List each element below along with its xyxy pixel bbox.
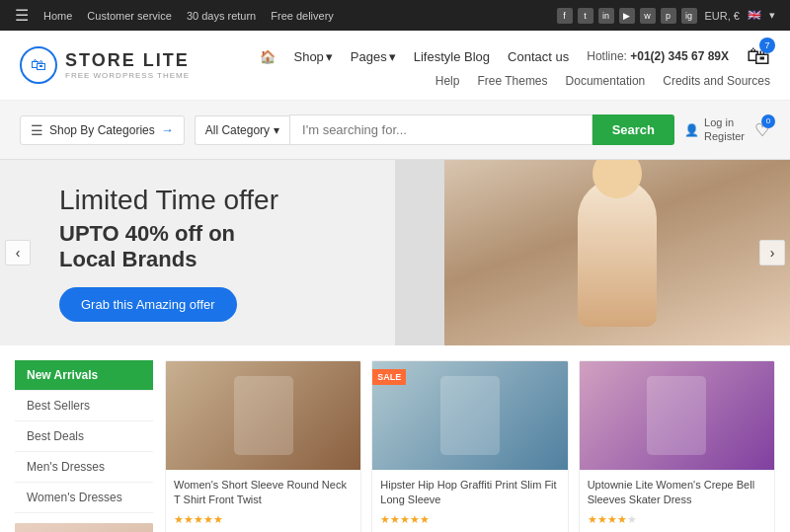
product-stars-2: ★★★★★ xyxy=(380,513,559,526)
twitter-icon[interactable]: t xyxy=(578,8,593,24)
product-card-3[interactable]: Uptownie Lite Women's Crepe Bell Sleeves… xyxy=(579,360,775,532)
cart-badge: 7 xyxy=(759,38,775,53)
pinterest-icon[interactable]: p xyxy=(661,8,676,24)
nav-returns[interactable]: 30 days return xyxy=(187,10,256,22)
logo[interactable]: 🛍 STORE LITE FREE WORDPRESS THEME xyxy=(20,46,190,84)
arrow-icon: → xyxy=(161,122,174,137)
featured-product[interactable] xyxy=(15,523,153,532)
header-nav: 🏠 Shop ▾ Pages ▾ Lifestyle Blog Contact … xyxy=(260,42,770,88)
product-card-2[interactable]: SALE Hipster Hip Hop Graffiti Print Slim… xyxy=(371,360,568,532)
category-best-deals[interactable]: Best Deals xyxy=(15,421,153,452)
hotline: Hotline: +01(2) 345 67 89X xyxy=(587,49,729,63)
category-mens-dresses[interactable]: Men's Dresses xyxy=(15,452,153,483)
search-category-dropdown-icon: ▾ xyxy=(274,123,279,137)
help-link[interactable]: Help xyxy=(435,74,460,88)
hamburger-icon[interactable]: ☰ xyxy=(15,6,29,25)
social-icons: f t in ▶ w p ig xyxy=(557,8,697,24)
contact-link[interactable]: Contact us xyxy=(508,49,569,64)
hero-prev-button[interactable]: ‹ xyxy=(5,240,31,266)
credits-link[interactable]: Credits and Sources xyxy=(663,74,770,88)
product-info-1: Women's Short Sleeve Round Neck T Shirt … xyxy=(166,470,360,532)
nav-home[interactable]: Home xyxy=(43,10,72,22)
header: 🛍 STORE LITE FREE WORDPRESS THEME 🏠 Shop… xyxy=(0,31,790,101)
search-actions: 👤 Log in Register ♡ 0 xyxy=(684,116,770,142)
login-button[interactable]: 👤 Log in Register xyxy=(684,116,745,142)
sale-badge-2: SALE xyxy=(372,369,406,385)
category-new-arrivals[interactable]: New Arrivals xyxy=(15,360,153,391)
nav-home-link[interactable]: 🏠 xyxy=(260,49,276,64)
hero-banner: ‹ Limited Time offer UPTO 40% off on Loc… xyxy=(0,160,790,345)
header-nav-top: 🏠 Shop ▾ Pages ▾ Lifestyle Blog Contact … xyxy=(260,42,770,70)
user-icon: 👤 xyxy=(684,123,699,137)
pages-menu[interactable]: Pages ▾ xyxy=(351,49,396,64)
shop-by-label: Shop By Categories xyxy=(49,123,155,137)
sidebar-categories: New Arrivals Best Sellers Best Deals Men… xyxy=(15,360,153,532)
search-input[interactable] xyxy=(289,114,592,145)
youtube-icon[interactable]: ▶ xyxy=(619,8,635,24)
pages-link[interactable]: Pages xyxy=(351,49,387,64)
nav-customer-service[interactable]: Customer service xyxy=(87,10,172,22)
flag-icon: 🇬🇧 xyxy=(748,9,761,22)
product-image-3 xyxy=(580,361,774,470)
list-icon: ☰ xyxy=(31,122,43,138)
hero-content: Limited Time offer UPTO 40% off on Local… xyxy=(0,160,444,345)
hero-title: Limited Time offer xyxy=(59,184,385,217)
search-bar: ☰ Shop By Categories → All Category ▾ Se… xyxy=(0,101,790,160)
product-card-1[interactable]: Women's Short Sleeve Round Neck T Shirt … xyxy=(165,360,361,532)
currency-dropdown-icon[interactable]: ▾ xyxy=(769,9,775,22)
products-grid: Women's Short Sleeve Round Neck T Shirt … xyxy=(165,360,775,532)
shop-menu[interactable]: Shop ▾ xyxy=(293,49,332,64)
wishlist-badge: 0 xyxy=(761,114,775,128)
search-category-label: All Category xyxy=(205,123,270,137)
search-button[interactable]: Search xyxy=(592,114,674,145)
currency-label: EUR, € xyxy=(705,10,740,22)
bag-icon: 🛍 xyxy=(31,56,46,74)
linkedin-icon[interactable]: in xyxy=(598,8,614,24)
product-image-1 xyxy=(166,361,360,470)
free-themes-link[interactable]: Free Themes xyxy=(477,74,547,88)
search-category-dropdown[interactable]: All Category ▾ xyxy=(195,115,289,145)
shop-link[interactable]: Shop xyxy=(293,49,323,64)
product-title-3: Uptownie Lite Women's Crepe Bell Sleeves… xyxy=(588,478,766,508)
product-stars-3: ★★★★★ xyxy=(588,513,766,526)
product-title-1: Women's Short Sleeve Round Neck T Shirt … xyxy=(174,478,353,508)
search-wrapper: All Category ▾ Search xyxy=(195,114,674,145)
category-womens-dresses[interactable]: Women's Dresses xyxy=(15,483,153,513)
pages-dropdown-icon: ▾ xyxy=(389,49,396,64)
facebook-icon[interactable]: f xyxy=(557,8,573,24)
wordpress-icon[interactable]: w xyxy=(640,8,656,24)
product-title-2: Hipster Hip Hop Graffiti Print Slim Fit … xyxy=(380,478,559,508)
shop-dropdown-icon: ▾ xyxy=(326,49,333,64)
login-label: Log in xyxy=(704,116,745,129)
lifestyle-blog-link[interactable]: Lifestyle Blog xyxy=(414,49,490,64)
documentation-link[interactable]: Documentation xyxy=(566,74,646,88)
nav-delivery[interactable]: Free delivery xyxy=(271,10,334,22)
logo-sub: FREE WORDPRESS THEME xyxy=(65,71,190,80)
hero-cta-button[interactable]: Grab this Amazing offer xyxy=(59,287,237,322)
logo-icon: 🛍 xyxy=(20,46,57,84)
hero-subtitle1: UPTO 40% off on xyxy=(59,221,385,247)
logo-text: STORE LITE FREE WORDPRESS THEME xyxy=(65,50,190,80)
category-filter[interactable]: ☰ Shop By Categories → xyxy=(20,115,185,145)
logo-name: STORE LITE xyxy=(65,50,190,71)
register-label: Register xyxy=(704,130,745,143)
category-best-sellers[interactable]: Best Sellers xyxy=(15,391,153,421)
hero-next-button[interactable]: › xyxy=(759,240,785,266)
featured-product-img xyxy=(15,523,153,532)
product-info-2: Hipster Hip Hop Graffiti Print Slim Fit … xyxy=(372,470,567,532)
products-section: New Arrivals Best Sellers Best Deals Men… xyxy=(0,345,790,532)
instagram-icon[interactable]: ig xyxy=(681,8,697,24)
hero-figure xyxy=(444,160,790,345)
top-bar-right: f t in ▶ w p ig EUR, € 🇬🇧 ▾ xyxy=(557,8,775,24)
product-stars-1: ★★★★★ xyxy=(174,513,353,526)
cart-button[interactable]: 🛍 7 xyxy=(747,42,770,70)
hero-subtitle2: Local Brands xyxy=(59,247,385,272)
wishlist-button[interactable]: ♡ 0 xyxy=(754,119,770,141)
header-nav-bottom: Help Free Themes Documentation Credits a… xyxy=(435,74,770,88)
top-bar: ☰ Home Customer service 30 days return F… xyxy=(0,0,790,31)
top-bar-left: ☰ Home Customer service 30 days return F… xyxy=(15,6,334,25)
product-cards-wrapper: Women's Short Sleeve Round Neck T Shirt … xyxy=(165,360,775,532)
hero-image xyxy=(444,160,790,345)
category-list: New Arrivals Best Sellers Best Deals Men… xyxy=(15,360,153,513)
product-info-3: Uptownie Lite Women's Crepe Bell Sleeves… xyxy=(580,470,774,532)
